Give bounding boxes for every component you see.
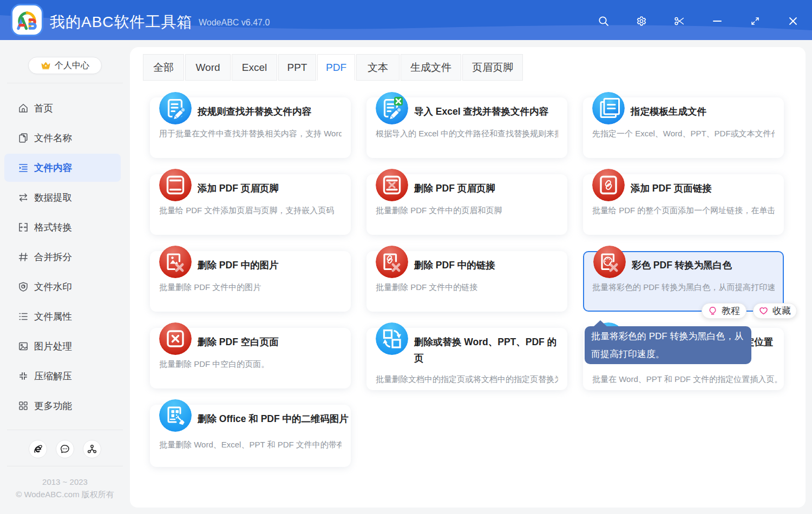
sidebar-item-merge-split[interactable]: 合并拆分 xyxy=(4,243,121,271)
sidebar-item-home[interactable]: 首页 xyxy=(4,94,121,122)
close-icon[interactable] xyxy=(787,15,800,28)
sidebar-item-compress[interactable]: 压缩解压 xyxy=(4,362,121,390)
file-props-icon xyxy=(18,311,29,322)
tab-pdf[interactable]: PDF xyxy=(317,54,355,81)
card-desc: 批量给 PDF 的整个页面添加一个网址链接，在单击页面时打开。 xyxy=(592,205,775,216)
card-add-pdf-page-link[interactable]: 添加 PDF 页面链接 批量给 PDF 的整个页面添加一个网址链接，在单击页面时… xyxy=(583,174,784,235)
sidebar-item-file-props[interactable]: 文件属性 xyxy=(4,302,121,331)
card-title: 导入 Excel 查找并替换文件内容 xyxy=(414,92,548,124)
card-title: 添加 PDF 页眉页脚 xyxy=(198,169,279,201)
favorite-button[interactable]: 收藏 xyxy=(753,303,797,319)
minimize-icon[interactable] xyxy=(711,15,724,28)
tutorial-label: 教程 xyxy=(722,305,740,317)
card-del-pdf-images[interactable]: 删除 PDF 中的图片 批量删除 PDF 文件中的图片 xyxy=(150,251,351,312)
card-desc: 根据导入的 Excel 中的文件路径和查找替换规则来批量查找并替换文件内容。 xyxy=(376,128,558,139)
card-desc: 批量删除 Word、Excel、PPT 和 PDF 文件中的带有二维码的图片。 xyxy=(159,439,342,450)
card-desc: 用于批量在文件中查找并替换相关内容，支持 Word、Excel、PPT、PDF … xyxy=(159,128,342,139)
card-del-pdf-header-footer[interactable]: 删除 PDF 页眉页脚 批量删除 PDF 文件中的页眉和页脚 xyxy=(366,174,567,235)
card-find-replace-content[interactable]: 按规则查找并替换文件内容 用于批量在文件中查找并替换相关内容，支持 Word、E… xyxy=(150,97,351,158)
image-process-icon xyxy=(18,341,29,352)
maximize-icon[interactable] xyxy=(749,15,762,28)
card-header: 添加 PDF 页眉页脚 xyxy=(159,169,349,201)
crown-icon xyxy=(41,61,51,70)
card-del-replace-pages[interactable]: 删除或替换 Word、PPT、PDF 的页 批量删除文档中的指定页或将文档中的指… xyxy=(366,328,567,390)
watermark-icon xyxy=(18,281,29,292)
card-header: 删除 PDF 页眉页脚 xyxy=(376,169,566,201)
tab-ppt[interactable]: PPT xyxy=(278,54,316,81)
tab-label: 全部 xyxy=(153,61,174,75)
tutorial-button[interactable]: 教程 xyxy=(702,303,746,319)
browser-ie-icon[interactable] xyxy=(29,440,47,458)
card-title: 指定模板生成文件 xyxy=(631,92,706,124)
profile-center-label: 个人中心 xyxy=(55,60,89,71)
lightbulb-icon xyxy=(708,306,717,315)
sidebar-item-more-features[interactable]: 更多功能 xyxy=(4,392,121,420)
settings-gear-icon[interactable] xyxy=(635,15,648,28)
card-desc: 批量删除 PDF 文件中的图片 xyxy=(159,281,342,293)
card-del-qrcode-images[interactable]: 删除 Office 和 PDF 中的二维码图片 批量删除 Word、Excel、… xyxy=(150,405,351,467)
card-title: 添加 PDF 页面链接 xyxy=(631,169,712,201)
tooltip-arrow xyxy=(593,320,607,327)
home-icon xyxy=(18,103,29,114)
main-panel: 全部 Word Excel PPT PDF 文本 生成文件 页眉页脚 xyxy=(130,47,806,508)
card-header: 按规则查找并替换文件内容 xyxy=(159,92,349,124)
sidebar-item-data-extract[interactable]: 数据提取 xyxy=(4,183,121,212)
card-header: 删除 PDF 中的图片 xyxy=(159,246,349,278)
card-title: 删除 PDF 中的链接 xyxy=(414,246,495,278)
card-header: 导入 Excel 查找并替换文件内容 xyxy=(376,92,566,124)
card-excel-find-replace[interactable]: 导入 Excel 查找并替换文件内容 根据导入的 Excel 中的文件路径和查找… xyxy=(366,97,567,158)
sidebar-item-label: 文件名称 xyxy=(34,131,72,144)
card-title: 删除 Office 和 PDF 中的二维码图片 xyxy=(198,399,349,432)
card-template-generate[interactable]: 指定模板生成文件 先指定一个 Excel、Word、PPT、PDF或文本文件作为… xyxy=(583,97,784,158)
card-desc: 批量删除 PDF 文件中的链接 xyxy=(376,281,558,293)
tab-header-footer[interactable]: 页眉页脚 xyxy=(462,54,523,81)
card-add-pdf-header-footer[interactable]: 添加 PDF 页眉页脚 批量给 PDF 文件添加页眉与页脚，支持嵌入页码 xyxy=(150,174,351,235)
card-desc: 批量删除 PDF 中空白的页面。 xyxy=(159,358,342,370)
share-network-icon[interactable] xyxy=(83,440,101,458)
card-header: 删除 PDF 空白页面 xyxy=(159,322,349,355)
card-pdf-to-grayscale[interactable]: 彩色 PDF 转换为黑白色 批量将彩色的 PDF 转换为黑白色，从而提高打印速度… xyxy=(583,251,784,312)
sidebar-item-watermark[interactable]: 文件水印 xyxy=(4,273,121,301)
sidebar-item-format-convert[interactable]: 格式转换 xyxy=(4,213,121,241)
tab-label: Word xyxy=(195,62,220,74)
copyright-owner: © WodeABC.com 版权所有 xyxy=(0,488,130,500)
tab-all[interactable]: 全部 xyxy=(143,54,184,81)
card-title: 删除 PDF 页眉页脚 xyxy=(414,169,495,201)
sidebar-item-label: 文件属性 xyxy=(34,310,72,323)
card-title: 按规则查找并替换文件内容 xyxy=(198,92,311,124)
scissors-icon[interactable] xyxy=(673,15,686,28)
sidebar-item-label: 数据提取 xyxy=(34,191,72,204)
sidebar-item-label: 首页 xyxy=(34,102,53,115)
profile-center-button[interactable]: 个人中心 xyxy=(28,57,102,74)
sidebar-item-label: 合并拆分 xyxy=(34,251,72,263)
tab-generate-file[interactable]: 生成文件 xyxy=(401,54,461,81)
card-title: 删除 PDF 空白页面 xyxy=(198,322,279,355)
card-del-pdf-links[interactable]: 删除 PDF 中的链接 批量删除 PDF 文件中的链接 xyxy=(366,251,567,312)
chat-bubble-icon[interactable] xyxy=(56,440,74,458)
page-swap-icon xyxy=(376,322,408,355)
sidebar: 个人中心 首页 文件名称 文件内容 数据提取 格式转换 合并拆分 文 xyxy=(0,40,130,514)
tab-excel[interactable]: Excel xyxy=(232,54,277,81)
favorite-label: 收藏 xyxy=(772,305,791,317)
card-row: 添加 PDF 页眉页脚 批量给 PDF 文件添加页眉与页脚，支持嵌入页码 删除 … xyxy=(150,174,784,235)
data-extract-icon xyxy=(18,192,29,203)
sidebar-menu: 首页 文件名称 文件内容 数据提取 格式转换 合并拆分 文件水印 文件属性 xyxy=(4,94,121,421)
tab-label: PDF xyxy=(326,62,346,74)
tooltip-text: 批量将彩色的 PDF 转换为黑白色，从而提高打印速度。 xyxy=(591,331,743,359)
card-row: 删除 Office 和 PDF 中的二维码图片 批量删除 Word、Excel、… xyxy=(150,405,784,467)
heart-icon xyxy=(759,306,768,315)
tab-word[interactable]: Word xyxy=(185,54,231,81)
tooltip: 批量将彩色的 PDF 转换为黑白色，从而提高打印速度。 xyxy=(585,326,751,364)
tab-text[interactable]: 文本 xyxy=(356,54,400,81)
sidebar-item-file-content[interactable]: 文件内容 xyxy=(4,154,121,182)
search-icon[interactable] xyxy=(597,15,610,28)
sidebar-item-file-name[interactable]: 文件名称 xyxy=(4,124,121,152)
card-header: 添加 PDF 页面链接 xyxy=(592,169,782,201)
tab-label: 生成文件 xyxy=(410,61,451,75)
file-name-icon xyxy=(18,133,29,143)
copyright-years: 2013 ~ 2023 xyxy=(0,476,130,488)
merge-split-icon xyxy=(18,252,29,262)
card-del-pdf-blank-pages[interactable]: 删除 PDF 空白页面 批量删除 PDF 中空白的页面。 xyxy=(150,328,351,388)
blank-page-del-icon xyxy=(159,322,192,355)
sidebar-item-image-process[interactable]: 图片处理 xyxy=(4,332,121,360)
